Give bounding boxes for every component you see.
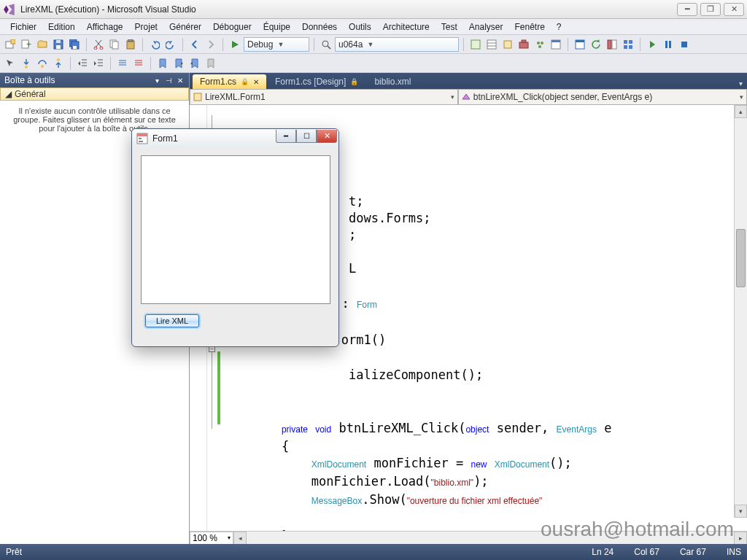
svg-rect-23: [519, 42, 528, 48]
svg-point-16: [322, 41, 328, 47]
status-car: Car 67: [680, 547, 706, 557]
menu-projet[interactable]: Projet: [129, 20, 163, 34]
all-windows-icon[interactable]: [621, 37, 635, 52]
svg-rect-22: [504, 41, 511, 48]
solution-explorer-icon[interactable]: [468, 37, 483, 52]
menu-generer[interactable]: Générer: [163, 20, 207, 34]
form1-maximize-button[interactable]: ☐: [296, 130, 317, 143]
document-tabs: Form1.cs🔒✕ Form1.cs [Design]🔒 biblio.xml…: [190, 73, 747, 89]
menu-fichier[interactable]: Fichier: [4, 20, 42, 34]
svg-point-41: [25, 66, 28, 69]
vertical-scrollbar[interactable]: ▴ ▾: [734, 105, 747, 518]
toolbox-category-general[interactable]: ◢ Général: [0, 88, 189, 101]
layout-icon[interactable]: [605, 37, 619, 52]
add-item-icon[interactable]: +: [19, 37, 34, 52]
comment-icon[interactable]: [115, 56, 130, 71]
indent-increase-icon[interactable]: [91, 56, 106, 71]
paste-icon[interactable]: [123, 37, 138, 52]
svg-text:+: +: [26, 39, 31, 50]
menu-equipe[interactable]: Équipe: [258, 20, 296, 34]
lock-icon: 🔒: [350, 78, 358, 85]
tabs-dropdown-icon[interactable]: ▾: [735, 78, 747, 89]
menu-test[interactable]: Test: [436, 20, 463, 34]
restore-button[interactable]: ❐: [700, 3, 721, 16]
platform-combo[interactable]: u064a▼: [335, 37, 459, 52]
form1-close-button[interactable]: ✕: [317, 130, 337, 143]
svg-rect-15: [128, 39, 133, 42]
play-icon[interactable]: [645, 37, 659, 52]
pin-icon[interactable]: ⊣: [164, 76, 173, 85]
status-line: Ln 24: [592, 547, 614, 557]
show-window-icon[interactable]: [573, 37, 587, 52]
lock-icon: 🔒: [241, 78, 249, 85]
svg-rect-1: [11, 39, 15, 44]
arrow-cursor-icon[interactable]: [3, 56, 18, 71]
bookmark-next-icon[interactable]: [187, 56, 202, 71]
team-explorer-icon[interactable]: [533, 37, 547, 52]
svg-rect-35: [629, 40, 632, 44]
redo-icon[interactable]: [163, 37, 178, 52]
menu-affichage[interactable]: Affichage: [81, 20, 129, 34]
pause-icon[interactable]: [661, 37, 676, 52]
menu-analyser[interactable]: Analyser: [463, 20, 509, 34]
start-page-icon[interactable]: [549, 37, 563, 52]
form1-minimize-button[interactable]: ━: [276, 130, 296, 143]
close-icon[interactable]: ✕: [253, 78, 259, 86]
close-icon[interactable]: ✕: [176, 76, 185, 85]
new-project-icon[interactable]: [3, 37, 18, 52]
minimize-button[interactable]: ━: [677, 3, 697, 16]
menu-donnees[interactable]: Données: [296, 20, 343, 34]
member-nav-combo[interactable]: btnLireXML_Click(object sender, EventArg…: [458, 89, 747, 105]
menu-deboguer[interactable]: Déboguer: [207, 20, 258, 34]
svg-rect-33: [612, 40, 616, 49]
dropdown-icon[interactable]: ▾: [152, 76, 161, 85]
svg-rect-24: [522, 40, 526, 42]
menu-outils[interactable]: Outils: [343, 20, 377, 34]
step-into-icon[interactable]: [19, 56, 34, 71]
find-icon[interactable]: [319, 37, 333, 52]
open-icon[interactable]: [35, 37, 50, 52]
horizontal-scrollbar[interactable]: ◂ ▸: [233, 532, 747, 545]
form1-window[interactable]: Form1 ━ ☐ ✕ Lire XML: [131, 128, 339, 347]
menu-edition[interactable]: Edition: [42, 20, 81, 34]
form1-listbox[interactable]: [141, 155, 330, 304]
svg-rect-34: [624, 40, 627, 44]
step-over-icon[interactable]: [35, 56, 50, 71]
cut-icon[interactable]: [91, 37, 106, 52]
class-view-icon[interactable]: [500, 37, 515, 52]
bookmark-toggle-icon[interactable]: [155, 56, 170, 71]
svg-rect-14: [127, 41, 134, 49]
tab-biblio-xml[interactable]: biblio.xml: [367, 74, 418, 89]
close-button[interactable]: ✕: [724, 3, 744, 16]
menu-help[interactable]: ?: [551, 20, 568, 34]
bookmark-prev-icon[interactable]: [171, 56, 186, 71]
indent-decrease-icon[interactable]: [75, 56, 90, 71]
class-nav-combo[interactable]: LireXML.Form1▾: [190, 89, 458, 105]
copy-icon[interactable]: [107, 37, 122, 52]
svg-rect-18: [471, 40, 480, 49]
tab-form1-cs[interactable]: Form1.cs🔒✕: [193, 74, 266, 89]
refresh-icon[interactable]: [589, 37, 603, 52]
menu-bar: Fichier Edition Affichage Projet Générer…: [0, 19, 747, 35]
properties-icon[interactable]: [484, 37, 499, 52]
menu-fenetre[interactable]: Fenêtre: [509, 20, 551, 34]
toolbox-icon[interactable]: [516, 37, 531, 52]
uncomment-icon[interactable]: [131, 56, 146, 71]
stop-icon[interactable]: [677, 37, 692, 52]
save-icon[interactable]: [51, 37, 66, 52]
step-out-icon[interactable]: [51, 56, 66, 71]
save-all-icon[interactable]: [67, 37, 82, 52]
tab-form1-design[interactable]: Form1.cs [Design]🔒: [268, 74, 365, 89]
change-indicator: [217, 351, 220, 424]
scroll-thumb[interactable]: [736, 229, 746, 287]
configuration-combo[interactable]: Debug▼: [244, 37, 309, 52]
lire-xml-button[interactable]: Lire XML: [145, 314, 199, 327]
undo-icon[interactable]: [147, 37, 162, 52]
bookmark-clear-icon[interactable]: [204, 56, 218, 71]
zoom-combo[interactable]: 100 %▾: [190, 532, 233, 545]
menu-architecture[interactable]: Architecture: [377, 20, 436, 34]
nav-fwd-icon[interactable]: [204, 37, 218, 52]
start-debug-icon[interactable]: [228, 37, 242, 52]
nav-back-icon[interactable]: [187, 37, 202, 52]
svg-point-25: [537, 42, 540, 44]
